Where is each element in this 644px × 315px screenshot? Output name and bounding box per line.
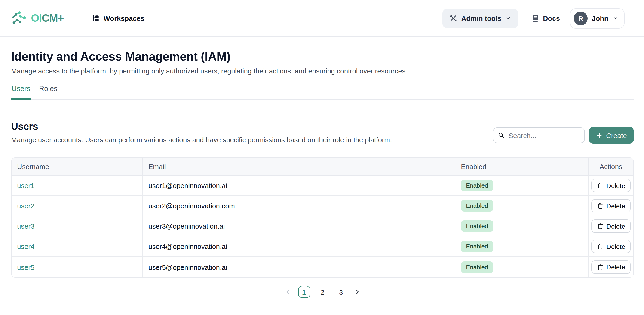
nav-workspaces[interactable]: Workspaces <box>92 14 144 22</box>
actions-cell: Delete <box>588 196 633 216</box>
table-header-row: Username Email Enabled Actions <box>12 158 633 176</box>
create-label: Create <box>606 131 627 139</box>
logo-network-icon <box>11 11 28 26</box>
chevron-left-icon <box>284 288 292 296</box>
status-badge: Enabled <box>461 261 493 273</box>
delete-label: Delete <box>606 222 625 230</box>
enabled-cell: Enabled <box>456 176 588 196</box>
status-badge: Enabled <box>461 220 493 232</box>
actions-cell: Delete <box>588 257 633 277</box>
username-link[interactable]: user4 <box>17 243 34 250</box>
delete-button[interactable]: Delete <box>591 219 631 233</box>
book-icon <box>532 14 540 22</box>
tools-icon <box>449 14 457 22</box>
docs-link[interactable]: Docs <box>532 14 560 22</box>
enabled-cell: Enabled <box>456 257 588 277</box>
user-name: John <box>592 14 608 22</box>
pagination-prev-button[interactable] <box>284 288 292 296</box>
email-text: user5@openinnovation.ai <box>148 263 227 271</box>
email-cell: user4@openinnovation.ai <box>143 237 456 257</box>
delete-button[interactable]: Delete <box>591 199 631 213</box>
search-icon <box>498 132 504 139</box>
table-row: user5 user5@openinnovation.ai Enabled De… <box>12 257 633 277</box>
chevron-down-icon <box>612 15 618 21</box>
user-menu-button[interactable]: R John <box>570 8 624 28</box>
plus-icon <box>596 132 603 139</box>
email-text: user1@openinnovation.ai <box>148 182 227 189</box>
email-cell: user3@openiinovation.ai <box>143 216 456 237</box>
delete-button[interactable]: Delete <box>591 179 631 192</box>
email-cell: user5@openinnovation.ai <box>143 257 456 277</box>
username-cell: user2 <box>12 196 143 216</box>
username-cell: user5 <box>12 257 143 277</box>
top-navigation-bar: OICM+ Workspaces <box>0 0 644 37</box>
email-text: user2@openinnovation.com <box>148 202 235 210</box>
email-text: user3@openiinovation.ai <box>148 222 225 230</box>
iam-page: OICM+ Workspaces <box>0 0 644 315</box>
actions-cell: Delete <box>588 216 633 237</box>
users-section-header: Users Manage user accounts. Users can pe… <box>11 121 634 144</box>
email-text: user4@openinnovation.ai <box>148 243 227 250</box>
users-section-text: Users Manage user accounts. Users can pe… <box>11 121 392 144</box>
delete-button[interactable]: Delete <box>591 260 631 274</box>
tab-roles[interactable]: Roles <box>38 84 58 100</box>
status-badge: Enabled <box>461 200 493 212</box>
users-table: Username Email Enabled Actions user1 use… <box>12 158 633 277</box>
enabled-cell: Enabled <box>456 196 588 216</box>
username-cell: user3 <box>12 216 143 237</box>
username-link[interactable]: user1 <box>17 182 34 189</box>
section-heading: Users <box>11 121 392 132</box>
delete-button[interactable]: Delete <box>591 240 631 253</box>
create-button[interactable]: Create <box>589 127 634 144</box>
pagination-page-1[interactable]: 1 <box>298 286 310 298</box>
status-badge: Enabled <box>461 241 493 252</box>
username-link[interactable]: user3 <box>17 222 34 230</box>
page-title: Identity and Access Management (IAM) <box>11 49 634 64</box>
username-cell: user1 <box>12 176 143 196</box>
page-subtitle: Manage access to the platform, by permit… <box>11 67 634 75</box>
chevron-down-icon <box>506 15 512 21</box>
email-cell: user1@openinnovation.ai <box>143 176 456 196</box>
logo[interactable]: OICM+ <box>11 11 64 26</box>
table-row: user3 user3@openiinovation.ai Enabled De… <box>12 216 633 237</box>
chevron-right-icon <box>354 288 361 296</box>
search-input[interactable] <box>508 131 580 140</box>
pagination-next-button[interactable] <box>354 288 361 296</box>
delete-label: Delete <box>606 202 625 210</box>
table-row: user2 user2@openinnovation.com Enabled D… <box>12 196 633 216</box>
trash-icon <box>597 202 604 209</box>
search-box <box>493 127 585 143</box>
username-link[interactable]: user5 <box>17 263 34 271</box>
username-link[interactable]: user2 <box>17 202 34 210</box>
docs-label: Docs <box>543 14 560 22</box>
column-header-email: Email <box>143 158 456 176</box>
email-cell: user2@openinnovation.com <box>143 196 456 216</box>
status-badge: Enabled <box>461 180 493 191</box>
trash-icon <box>597 264 604 271</box>
pagination-page-3[interactable]: 3 <box>335 286 347 298</box>
tab-bar: Users Roles <box>11 84 634 100</box>
column-header-actions: Actions <box>588 158 633 176</box>
table-body: user1 user1@openinnovation.ai Enabled De… <box>12 176 633 277</box>
users-toolbar: Create <box>493 127 634 144</box>
table-row: user1 user1@openinnovation.ai Enabled De… <box>12 176 633 196</box>
main-content: Identity and Access Management (IAM) Man… <box>0 49 644 298</box>
trash-icon <box>597 243 604 250</box>
section-description: Manage user accounts. Users can perform … <box>11 136 392 144</box>
admin-tools-label: Admin tools <box>462 14 502 22</box>
pagination-page-2[interactable]: 2 <box>316 286 328 298</box>
admin-tools-button[interactable]: Admin tools <box>442 8 518 28</box>
table-row: user4 user4@openinnovation.ai Enabled De… <box>12 237 633 257</box>
tab-users[interactable]: Users <box>11 84 31 100</box>
enabled-cell: Enabled <box>456 237 588 257</box>
column-header-enabled: Enabled <box>456 158 588 176</box>
actions-cell: Delete <box>588 176 633 196</box>
logo-text: OICM+ <box>31 12 64 24</box>
avatar: R <box>574 11 588 25</box>
trash-icon <box>597 223 604 230</box>
actions-cell: Delete <box>588 237 633 257</box>
delete-label: Delete <box>606 243 625 250</box>
nav-workspaces-label: Workspaces <box>104 14 144 22</box>
delete-label: Delete <box>606 182 625 189</box>
column-header-username: Username <box>12 158 143 176</box>
